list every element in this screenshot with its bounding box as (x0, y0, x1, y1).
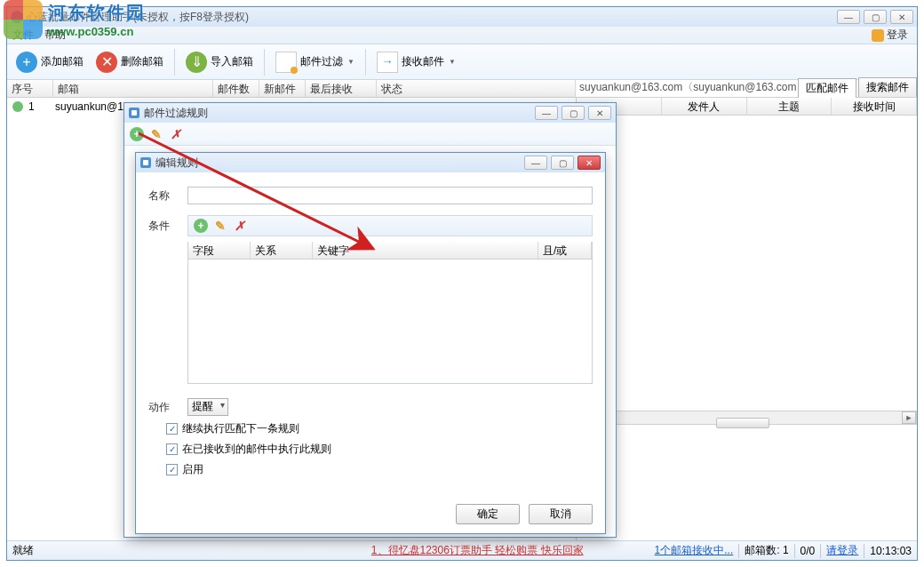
add-rule-icon[interactable]: + (130, 127, 144, 141)
cell-seq: 1 (28, 100, 55, 113)
maximize-button[interactable]: ▢ (551, 156, 574, 170)
login-label: 登录 (887, 28, 908, 43)
col-field[interactable]: 字段 (188, 242, 251, 259)
condition-table-header: 字段 关系 关键字 且/或 (188, 242, 592, 260)
chevron-down-icon: ▼ (449, 58, 456, 66)
add-mailbox-button[interactable]: + 添加邮箱 (11, 50, 89, 75)
minimize-button[interactable]: — (837, 10, 860, 24)
checkbox-icon: ✓ (166, 423, 178, 435)
delete-rule-icon[interactable]: ✗ (169, 127, 183, 141)
action-selected: 提醒 (192, 400, 213, 412)
col-seq[interactable]: 序号 (7, 80, 53, 97)
condition-table: 字段 关系 关键字 且/或 (187, 242, 593, 384)
edit-rule-icon[interactable]: ✎ (149, 127, 163, 141)
cell-mailbox: suyuankun@1 (55, 100, 123, 113)
status-unread: 0/0 (801, 545, 816, 557)
login-link[interactable]: 登录 (872, 28, 908, 43)
col-status[interactable]: 状态 (377, 80, 576, 97)
col-keyword[interactable]: 关键字 (313, 242, 538, 259)
col-relation[interactable]: 关系 (251, 242, 313, 259)
scroll-right-icon[interactable]: ► (902, 411, 916, 424)
filter-icon (275, 52, 297, 73)
receive-mail-label: 接收邮件 (402, 54, 444, 69)
edit-rule-dialog: 编辑规则 — ▢ ✕ 名称 条件 + ✎ ✗ 字段 关系 关键字 (135, 152, 606, 534)
close-button[interactable]: ✕ (578, 156, 601, 170)
condition-toolbar: + ✎ ✗ (187, 215, 593, 236)
app-icon (11, 11, 23, 23)
delete-mailbox-button[interactable]: ✕ 删除邮箱 (91, 50, 169, 75)
receive-mail-button[interactable]: 接收邮件 ▼ (371, 50, 461, 75)
col-lastrecv[interactable]: 最后接收 (306, 80, 377, 97)
left-grid-header: 序号 邮箱 邮件数 新邮件 最后接收 状态 (7, 80, 576, 98)
window-title: 心蓝批量邮件管理助手(未授权，按F8登录授权) (27, 10, 837, 25)
import-mailbox-label: 导入邮箱 (211, 54, 253, 69)
minimize-button[interactable]: — (524, 156, 547, 170)
tabs-prelabel: suyuankun@163.com〈suyuankun@163.com〉的邮件 (576, 78, 796, 97)
checkbox-continue-row[interactable]: ✓ 继续执行匹配下一条规则 (166, 421, 593, 436)
import-icon: ⇓ (186, 52, 207, 73)
toolbar-separator (365, 49, 366, 76)
checkbox-enabled-label: 启用 (182, 462, 203, 477)
col-recvtime[interactable]: 接收时间 (832, 98, 917, 115)
checkbox-apply-existing-label: 在已接收到的邮件中执行此规则 (182, 442, 331, 457)
tab-match-mail[interactable]: 匹配邮件 (798, 78, 856, 98)
col-andor[interactable]: 且/或 (538, 242, 592, 259)
status-ready: 就绪 (12, 543, 34, 558)
status-please-login[interactable]: 请登录 (826, 543, 858, 558)
horizontal-scrollbar[interactable]: ◄ ► (577, 411, 917, 425)
import-mailbox-button[interactable]: ⇓ 导入邮箱 (180, 50, 259, 75)
menu-help[interactable]: 帮助 (44, 28, 66, 43)
ok-button[interactable]: 确定 (456, 504, 520, 524)
status-mailbox-count: 邮箱数: 1 (745, 543, 788, 558)
edit-dialog-titlebar[interactable]: 编辑规则 — ▢ ✕ (136, 153, 605, 172)
checkbox-continue-label: 继续执行匹配下一条规则 (182, 421, 299, 436)
add-mailbox-label: 添加邮箱 (41, 54, 84, 69)
condition-label: 条件 (148, 219, 180, 234)
dialog-icon (140, 157, 151, 168)
edit-condition-icon[interactable]: ✎ (213, 219, 227, 233)
action-label: 动作 (148, 400, 180, 415)
checkbox-icon: ✓ (166, 443, 178, 455)
close-button[interactable]: ✕ (588, 106, 611, 120)
statusbar: 就绪 1、得忆盘12306订票助手 轻松购票 快乐回家 1个邮箱接收中... 邮… (7, 540, 917, 560)
col-subject[interactable]: 主题 (747, 98, 832, 115)
action-select[interactable]: 提醒 (187, 398, 228, 416)
col-mailcount[interactable]: 邮件数 (213, 80, 259, 97)
mail-filter-button[interactable]: 邮件过滤 ▼ (270, 50, 360, 75)
rule-name-input[interactable] (187, 187, 593, 204)
tab-search-mail[interactable]: 搜索邮件 (858, 77, 917, 97)
receive-icon (377, 52, 398, 73)
checkbox-apply-existing-row[interactable]: ✓ 在已接收到的邮件中执行此规则 (166, 442, 593, 457)
toolbar-separator (264, 49, 265, 76)
close-button[interactable]: ✕ (890, 10, 913, 24)
right-panel: 发件人 主题 接收时间 ◄ ► (576, 98, 917, 540)
minimize-button[interactable]: — (535, 106, 558, 120)
toolbar-separator (174, 49, 175, 76)
filter-dialog-titlebar[interactable]: 邮件过滤规则 — ▢ ✕ (124, 103, 616, 123)
maximize-button[interactable]: ▢ (562, 106, 585, 120)
status-promo-link[interactable]: 1、得忆盘12306订票助手 轻松购票 快乐回家 (371, 543, 584, 558)
cancel-button[interactable]: 取消 (529, 504, 593, 524)
col-mailbox[interactable]: 邮箱 (53, 80, 213, 97)
col-newmail[interactable]: 新邮件 (259, 80, 306, 97)
checkbox-enabled-row[interactable]: ✓ 启用 (166, 462, 593, 477)
toolbar: + 添加邮箱 ✕ 删除邮箱 ⇓ 导入邮箱 邮件过滤 ▼ 接收邮件 ▼ (7, 44, 917, 80)
add-condition-icon[interactable]: + (194, 219, 208, 233)
delete-mailbox-label: 删除邮箱 (121, 54, 163, 69)
mail-filter-label: 邮件过滤 (300, 54, 343, 69)
status-receiving-link[interactable]: 1个邮箱接收中... (655, 543, 734, 558)
checkbox-icon: ✓ (166, 464, 178, 475)
col-sender[interactable]: 发件人 (662, 98, 747, 115)
user-icon (872, 29, 884, 42)
edit-dialog-title: 编辑规则 (155, 156, 524, 171)
chevron-down-icon: ▼ (347, 58, 354, 66)
plus-icon: + (16, 52, 37, 73)
main-titlebar: 心蓝批量邮件管理助手(未授权，按F8登录授权) — ▢ ✕ (7, 7, 917, 27)
delete-condition-icon[interactable]: ✗ (233, 219, 247, 233)
maximize-button[interactable]: ▢ (864, 10, 887, 24)
scroll-thumb[interactable] (716, 418, 769, 428)
status-clock: 10:13:03 (870, 545, 912, 557)
delete-icon: ✕ (96, 52, 117, 73)
menubar: 文件 帮助 登录 (7, 27, 917, 44)
menu-file[interactable]: 文件 (12, 28, 34, 43)
